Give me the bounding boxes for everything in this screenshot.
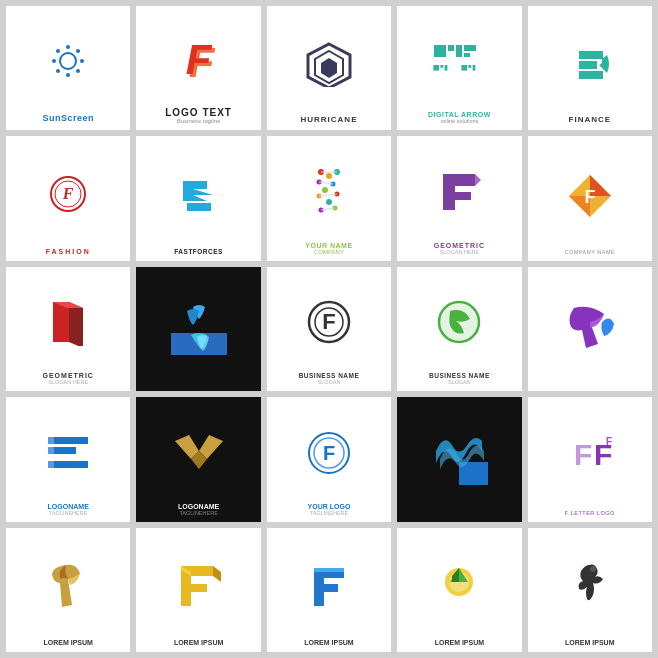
svg-marker-73 xyxy=(213,566,221,582)
f-purple-wing-icon xyxy=(564,304,616,354)
lorem-bird-title: LOREM IPSUM xyxy=(565,639,614,646)
lorem-feather-title: LOREM IPSUM xyxy=(44,639,93,646)
svg-rect-16 xyxy=(464,53,470,57)
logoname-dark-title: LOGONAME xyxy=(178,503,219,510)
company-name-icon: F xyxy=(567,173,613,219)
logo-card-business-circle: F BUSINESS NAME SLOGAN xyxy=(267,267,391,391)
logo-graphic-hurricane xyxy=(273,12,385,115)
logo-graphic-your-logo: F xyxy=(273,403,385,502)
logoname-dark-icon xyxy=(171,431,227,475)
svg-rect-17 xyxy=(434,65,440,71)
svg-point-5 xyxy=(56,49,60,53)
fashion-title: FASHION xyxy=(46,248,91,255)
logo-text-f-letter: F xyxy=(186,39,212,81)
svg-marker-50 xyxy=(69,302,83,346)
lorem-f-sun-icon xyxy=(436,562,482,610)
logo-graphic-fashion: F xyxy=(12,142,124,247)
svg-rect-19 xyxy=(445,65,448,71)
svg-point-8 xyxy=(76,69,80,73)
geometric-r-icon xyxy=(47,298,89,346)
logo-graphic-f-letter-logo: F F F xyxy=(534,403,646,509)
logoname-dark-subtitle: TAGLINEHERE xyxy=(179,510,217,516)
logo-graphic-geometric-f xyxy=(403,142,515,241)
svg-point-36 xyxy=(326,199,332,205)
logo-card-lorem-f-blue: LOREM IPSUM xyxy=(267,528,391,652)
svg-point-79 xyxy=(590,566,596,572)
logo-card-logoname-blue: LOGONAME TAGLINEHERE xyxy=(6,397,130,521)
svg-rect-15 xyxy=(464,45,476,51)
lorem-f-yellow-title: LOREM IPSUM xyxy=(174,639,223,646)
logoname-blue-icon xyxy=(44,433,92,473)
finance-icon xyxy=(569,45,611,83)
f-letter-logo-icon: F F F xyxy=(562,433,618,479)
logo-card-digital-arrow: DIGITAL ARROW online solutions xyxy=(397,6,521,130)
logo-graphic-logoname-dark xyxy=(142,403,254,502)
svg-text:F: F xyxy=(584,187,595,207)
business-name-title: BUSINESS NAME xyxy=(299,372,360,379)
svg-rect-18 xyxy=(441,65,444,68)
logo-card-f-letter-logo: F F F F LETTER LOGO xyxy=(528,397,652,521)
logo-graphic-lorem-f-sun xyxy=(403,534,515,639)
svg-point-2 xyxy=(66,73,70,77)
svg-point-1 xyxy=(66,45,70,49)
svg-marker-11 xyxy=(321,58,337,78)
svg-point-3 xyxy=(52,59,56,63)
svg-point-33 xyxy=(322,187,328,193)
yourname-title: YOUR NAME xyxy=(305,242,352,249)
logo-graphic-dark-s xyxy=(142,273,254,385)
logo-card-sunscreen: SunScreen xyxy=(6,6,130,130)
svg-rect-61 xyxy=(48,437,54,444)
dark-wave-icon xyxy=(430,433,488,485)
logoname-blue-subtitle: TAGLINEHERE xyxy=(49,510,87,516)
logo-card-f-purple-wing xyxy=(528,267,652,391)
svg-rect-62 xyxy=(48,447,54,454)
svg-text:F: F xyxy=(62,185,74,202)
logo-card-company-name: F COMPANY NAME xyxy=(528,136,652,260)
business-green-title: BUSINESS NAME xyxy=(429,372,490,379)
business-circle-icon: F xyxy=(306,299,352,345)
business-green-subtitle: SLOGAN xyxy=(448,379,471,385)
yourname-icon xyxy=(311,166,347,218)
logo-graphic-digital-arrow xyxy=(403,12,515,111)
logoname-blue-title: LOGONAME xyxy=(48,503,89,510)
hurricane-title: HURRICANE xyxy=(300,115,357,124)
geometric-f-icon xyxy=(437,170,481,214)
svg-point-0 xyxy=(60,53,76,69)
digital-arrow-subtitle: online solutions xyxy=(440,118,478,124)
svg-text:F: F xyxy=(574,438,592,471)
svg-rect-13 xyxy=(448,45,454,51)
logo-card-lorem-f-yellow: LOREM IPSUM xyxy=(136,528,260,652)
logo-graphic-dark-wave xyxy=(403,403,515,515)
logo-card-geometric-f: GEOMETRIC SLOGAN HERE xyxy=(397,136,521,260)
fastforces-icon xyxy=(175,173,223,217)
lorem-f-blue-icon xyxy=(308,562,350,610)
logo-text-subtitle: Business tagline xyxy=(177,118,221,124)
business-name-subtitle: SLOGAN xyxy=(318,379,341,385)
svg-rect-14 xyxy=(456,45,462,57)
lorem-bird-icon xyxy=(569,561,611,611)
svg-point-29 xyxy=(326,173,332,179)
lorem-f-sun-title: LOREM IPSUM xyxy=(435,639,484,646)
your-logo-icon: F xyxy=(305,429,353,477)
svg-point-4 xyxy=(80,59,84,63)
digital-arrow-icon xyxy=(432,43,486,81)
svg-rect-21 xyxy=(469,65,472,68)
yourname-subtitle: COMPANY xyxy=(314,249,344,255)
fastforces-title: FASTFORCES xyxy=(174,248,223,255)
logo-card-geometric-r: GEOMETRIC SLOGAN HERE xyxy=(6,267,130,391)
logo-card-finance: FINANCE xyxy=(528,6,652,130)
your-logo-subtitle: TAGLINEHERE xyxy=(310,510,348,516)
logo-graphic-yourname xyxy=(273,142,385,241)
logo-card-lorem-f-sun: LOREM IPSUM xyxy=(397,528,521,652)
finance-title: FINANCE xyxy=(569,115,612,124)
logo-graphic-business-circle: F xyxy=(273,273,385,372)
logo-graphic-business-green xyxy=(403,273,515,372)
logo-card-business-green: BUSINESS NAME SLOGAN xyxy=(397,267,521,391)
svg-line-41 xyxy=(319,194,337,196)
logo-graphic-lorem-feather xyxy=(12,534,124,639)
digital-arrow-title: DIGITAL ARROW xyxy=(428,111,491,118)
svg-marker-43 xyxy=(443,174,475,210)
lorem-feather-icon xyxy=(48,561,88,611)
logo-card-lorem-feather: LOREM IPSUM xyxy=(6,528,130,652)
business-green-icon xyxy=(436,299,482,345)
